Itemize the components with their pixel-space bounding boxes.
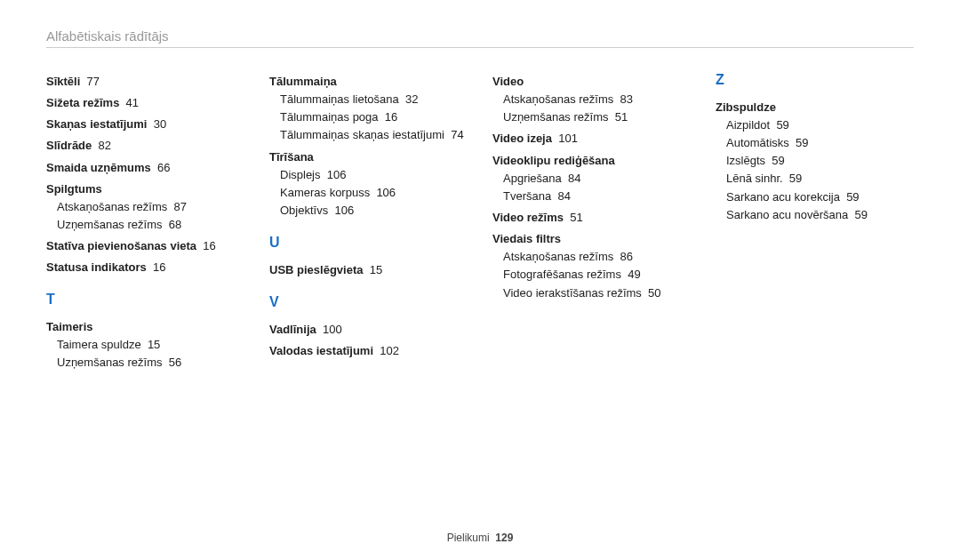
index-subterm: Tālummaiņas lietošana 32 [269,91,468,108]
column-1: Sīktēli 77 Sižeta režīms 41 Skaņas iesta… [46,69,244,372]
index-term: Slīdrāde 82 [46,137,244,155]
footer-label: Pielikumi [447,532,490,544]
index-letter-t: T [46,289,244,311]
index-term: Sižeta režīms 41 [46,94,244,112]
index-term: Video izeja 101 [492,130,691,148]
index-subterm: Atskaņošanas režīms 86 [492,248,691,266]
page-header: Alfabētiskais rādītājs [46,28,914,44]
index-term: Vadlīnija 100 [269,321,468,339]
index-term: USB pieslēgvieta 15 [269,261,468,279]
index-term: Spilgtums [46,180,244,198]
column-4: Z Zibspuldze Aizpildot 59 Automātisks 59… [716,69,914,372]
divider [46,47,914,48]
index-subterm: Lēnā sinhr. 59 [716,170,914,188]
index-term: Statīva pievienošanas vieta 16 [46,237,244,255]
index-columns: Sīktēli 77 Sižeta režīms 41 Skaņas iesta… [46,69,914,372]
index-term: Sīktēli 77 [46,73,244,91]
index-subterm: Aizpildot 59 [716,116,914,134]
index-term: Videoklipu rediģēšana [492,152,691,170]
index-subterm: Kameras korpuss 106 [269,184,468,202]
index-term: Zibspuldze [716,99,914,116]
page: Alfabētiskais rādītājs Sīktēli 77 Sižeta… [0,0,960,372]
index-subterm: Atskaņošanas režīms 83 [492,91,691,108]
index-letter-z: Z [716,69,914,92]
index-subterm: Tveršana 84 [492,188,691,205]
index-subterm: Tālummaiņas poga 16 [269,108,468,126]
index-subterm: Objektīvs 106 [269,202,468,220]
index-subterm: Atskaņošanas režīms 87 [46,198,244,216]
page-number: 129 [495,532,513,544]
index-term: Skaņas iestatījumi 30 [46,116,244,133]
index-subterm: Uzņemšanas režīms 68 [46,216,244,234]
index-term: Video režīms 51 [492,209,691,227]
index-term: Viedais filtrs [492,230,691,248]
index-term: Taimeris [46,318,244,336]
index-term: Statusa indikators 16 [46,259,244,276]
index-subterm: Tālummaiņas skaņas iestatījumi 74 [269,126,468,144]
index-subterm: Apgriešana 84 [492,170,691,188]
page-footer: Pielikumi 129 [0,532,960,544]
column-2: Tālummaiņa Tālummaiņas lietošana 32 Tālu… [269,69,468,372]
index-letter-u: U [269,232,468,254]
index-term: Tīrīšana [269,148,468,166]
index-term: Smaida uzņēmums 66 [46,159,244,177]
index-subterm: Taimera spuldze 15 [46,336,244,354]
index-subterm: Video ierakstīšanas režīms 50 [492,284,691,302]
index-subterm: Displejs 106 [269,166,468,184]
index-term: Video [492,73,691,91]
index-term: Tālummaiņa [269,73,468,91]
index-subterm: Fotografēšanas režīms 49 [492,266,691,284]
index-subterm: Uzņemšanas režīms 51 [492,108,691,126]
index-letter-v: V [269,292,468,314]
column-3: Video Atskaņošanas režīms 83 Uzņemšanas … [492,69,691,372]
index-subterm: Sarkano acu korekcija 59 [716,188,914,206]
index-term: Valodas iestatījumi 102 [269,342,468,360]
index-subterm: Automātisks 59 [716,134,914,152]
index-subterm: Izslēgts 59 [716,152,914,170]
index-subterm: Sarkano acu novēršana 59 [716,206,914,224]
index-subterm: Uzņemšanas režīms 56 [46,354,244,372]
